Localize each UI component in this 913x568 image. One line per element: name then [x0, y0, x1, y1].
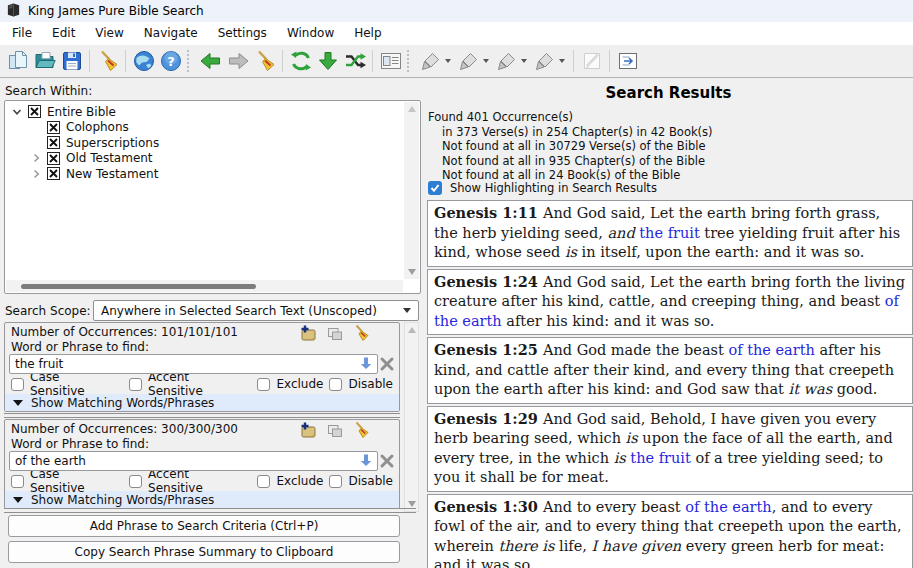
- chevron-right-icon[interactable]: [30, 153, 41, 163]
- show-highlighting-row[interactable]: Show Highlighting in Search Results: [428, 181, 657, 195]
- scroll-down-icon[interactable]: [408, 269, 416, 275]
- clear-phrase-broom-icon[interactable]: [352, 324, 370, 342]
- menu-file[interactable]: File: [2, 23, 42, 44]
- phrase-input-2-field[interactable]: [10, 454, 359, 468]
- splitter-handle[interactable]: [4, 413, 400, 418]
- show-matching-toggle[interactable]: Show Matching Words/Phrases: [5, 394, 399, 411]
- highlighter-2-icon[interactable]: [455, 48, 482, 75]
- phrase-dropdown-icon[interactable]: [359, 453, 373, 470]
- highlighter-2-dropdown-icon[interactable]: [483, 59, 489, 63]
- highlighter-4-dropdown-icon[interactable]: [559, 59, 565, 63]
- checked-checkbox-icon[interactable]: [47, 152, 60, 165]
- app-window: King James Pure Bible Search File Edit V…: [0, 0, 913, 568]
- highlighter-4-icon[interactable]: [531, 48, 558, 75]
- save-icon[interactable]: [58, 48, 85, 75]
- menu-help[interactable]: Help: [344, 23, 391, 44]
- disable-checkbox[interactable]: [329, 378, 342, 391]
- disable-checkbox[interactable]: [329, 475, 342, 488]
- chevron-right-icon[interactable]: [30, 169, 41, 179]
- tree-item-label[interactable]: Old Testament: [66, 151, 153, 165]
- new-document-icon[interactable]: [4, 48, 31, 75]
- open-folder-icon[interactable]: [31, 48, 58, 75]
- menu-view[interactable]: View: [85, 23, 133, 44]
- tree-item-superscriptions[interactable]: Superscriptions: [5, 135, 404, 151]
- scrollbar-thumb[interactable]: [21, 284, 256, 289]
- help-icon[interactable]: ?: [157, 48, 184, 75]
- tree-item-label[interactable]: Colophons: [66, 120, 129, 134]
- shuffle-icon[interactable]: [341, 48, 368, 75]
- highlighter-1-dropdown-icon[interactable]: [445, 59, 451, 63]
- menu-window[interactable]: Window: [277, 23, 344, 44]
- menu-edit[interactable]: Edit: [42, 23, 85, 44]
- copy-summary-button-label: Copy Search Phrase Summary to Clipboard: [75, 545, 334, 559]
- phrase-input-1-field[interactable]: [10, 357, 359, 371]
- tree-item-label[interactable]: Entire Bible: [47, 105, 116, 119]
- toolbar-separator: [125, 50, 126, 72]
- search-scope-combobox[interactable]: Anywhere in Selected Search Text (Unscop…: [93, 300, 419, 321]
- show-highlighting-checkbox[interactable]: [428, 181, 442, 195]
- go-down-arrow-icon[interactable]: [314, 48, 341, 75]
- accent-sensitive-checkbox[interactable]: [129, 378, 142, 391]
- toolbar-drag-handle[interactable]: [407, 50, 412, 72]
- details-view-icon[interactable]: [377, 48, 404, 75]
- exclude-checkbox[interactable]: [257, 475, 270, 488]
- copy-summary-button[interactable]: Copy Search Phrase Summary to Clipboard: [8, 541, 400, 563]
- accent-sensitive-checkbox[interactable]: [129, 475, 142, 488]
- tree-item-new-testament[interactable]: New Testament: [5, 166, 404, 182]
- summary-line: Not found at all in 935 Chapter(s) of th…: [442, 154, 713, 169]
- checked-checkbox-icon[interactable]: [28, 105, 41, 118]
- forward-arrow-icon[interactable]: [224, 48, 251, 75]
- tree-item-colophons[interactable]: Colophons: [5, 120, 404, 136]
- add-phrase-note-icon[interactable]: [299, 324, 317, 342]
- tree-vertical-scrollbar[interactable]: [404, 102, 419, 279]
- expand-triangle-icon[interactable]: [13, 400, 23, 406]
- clear-input-icon[interactable]: [379, 453, 395, 469]
- highlighter-1-icon[interactable]: [417, 48, 444, 75]
- checked-checkbox-icon[interactable]: [47, 121, 60, 134]
- phrase-dropdown-icon[interactable]: [359, 356, 373, 373]
- chevron-down-icon[interactable]: [11, 107, 22, 117]
- add-phrase-button[interactable]: Add Phrase to Search Criteria (Ctrl+P): [8, 515, 400, 537]
- show-panel-icon[interactable]: [614, 48, 641, 75]
- scroll-up-icon[interactable]: [408, 327, 416, 333]
- add-phrase-note-icon[interactable]: [299, 421, 317, 439]
- results-list[interactable]: Genesis 1:11 And God said, Let the earth…: [427, 200, 913, 568]
- clear-broom-icon[interactable]: [251, 48, 278, 75]
- splitter-handle[interactable]: [4, 508, 416, 513]
- back-arrow-icon[interactable]: [197, 48, 224, 75]
- highlighter-3-icon[interactable]: [493, 48, 520, 75]
- tree-item-old-testament[interactable]: Old Testament: [5, 151, 404, 167]
- combo-caret-icon[interactable]: [403, 308, 411, 313]
- summary-line: Found 401 Occurrence(s): [428, 110, 713, 125]
- show-matching-toggle[interactable]: Show Matching Words/Phrases: [5, 491, 399, 508]
- exclude-checkbox[interactable]: [257, 378, 270, 391]
- checked-checkbox-icon[interactable]: [47, 136, 60, 149]
- tree-item-entire-bible[interactable]: Entire Bible: [5, 104, 404, 120]
- clear-search-broom-icon[interactable]: [94, 48, 121, 75]
- scroll-down-icon[interactable]: [408, 501, 416, 507]
- checked-checkbox-icon[interactable]: [47, 167, 60, 180]
- phrase-input-1[interactable]: [9, 354, 378, 374]
- case-sensitive-checkbox[interactable]: [11, 378, 24, 391]
- case-sensitive-checkbox[interactable]: [11, 475, 24, 488]
- menu-navigate[interactable]: Navigate: [134, 23, 208, 44]
- tree-horizontal-scrollbar[interactable]: [6, 280, 403, 292]
- globe-icon[interactable]: [130, 48, 157, 75]
- clear-input-icon[interactable]: [379, 356, 395, 372]
- toolbar-drag-handle[interactable]: [187, 50, 192, 72]
- title-bar: King James Pure Bible Search: [0, 0, 913, 22]
- summary-line: in 373 Verse(s) in 254 Chapter(s) in 42 …: [442, 125, 713, 140]
- expand-triangle-icon[interactable]: [13, 497, 23, 503]
- phrase-region-scrollbar[interactable]: [404, 322, 419, 512]
- case-sensitive-label: Case Sensitive: [30, 370, 109, 398]
- tree-item-label[interactable]: Superscriptions: [66, 136, 159, 150]
- scroll-up-icon[interactable]: [408, 106, 416, 112]
- verse-result: Genesis 1:24 And God said, Let the earth…: [427, 269, 913, 336]
- refresh-icon[interactable]: [287, 48, 314, 75]
- phrase-editors-region: Number of Occurrences: 101/101/101 Word …: [4, 322, 400, 509]
- phrase-input-2[interactable]: [9, 451, 378, 471]
- menu-settings[interactable]: Settings: [208, 23, 277, 44]
- highlighter-3-dropdown-icon[interactable]: [521, 59, 527, 63]
- tree-item-label[interactable]: New Testament: [66, 167, 158, 181]
- clear-phrase-broom-icon[interactable]: [352, 421, 370, 439]
